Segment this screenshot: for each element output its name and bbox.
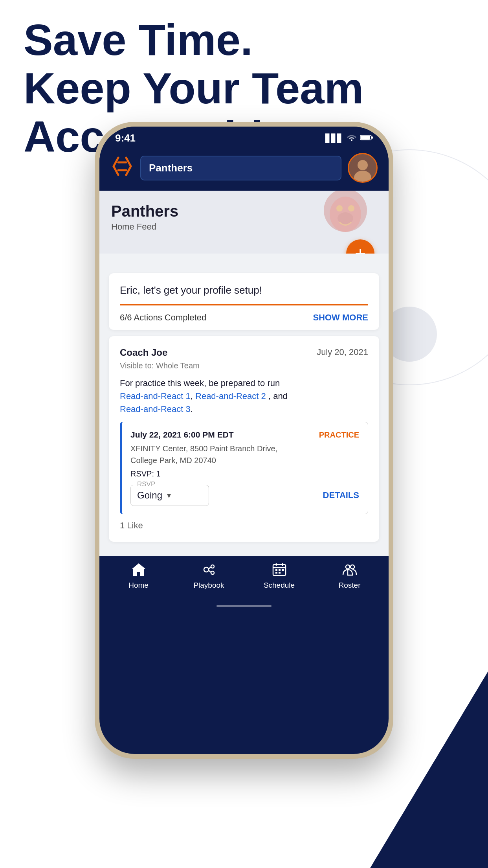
team-header: Panthers Home Feed + bbox=[99, 191, 389, 254]
profile-setup-title: Eric, let's get your profile setup! bbox=[120, 284, 368, 296]
svg-rect-21 bbox=[279, 569, 281, 571]
roster-icon bbox=[342, 563, 357, 579]
svg-point-13 bbox=[211, 571, 214, 574]
svg-line-14 bbox=[209, 567, 211, 569]
svg-point-25 bbox=[346, 565, 350, 569]
event-type-badge: PRACTICE bbox=[319, 430, 359, 440]
phone-shell: 9:41 ▋▋▋ bbox=[95, 122, 393, 759]
svg-rect-2 bbox=[371, 136, 373, 139]
svg-rect-1 bbox=[361, 136, 370, 140]
status-time: 9:41 bbox=[115, 132, 136, 144]
team-selector[interactable]: Panthers bbox=[140, 156, 341, 180]
actions-completed-text: 6/6 Actions Completed bbox=[120, 313, 206, 323]
event-location: XFINITY Center, 8500 Paint Branch Drive,… bbox=[130, 443, 359, 466]
nav-item-playbook[interactable]: Playbook bbox=[174, 563, 244, 590]
nav-label-home: Home bbox=[128, 581, 149, 590]
post-link-3[interactable]: Read-and-React 3 bbox=[120, 404, 191, 414]
post-link-1[interactable]: Read-and-React 1 bbox=[120, 391, 191, 401]
phone-screen: 9:41 ▋▋▋ bbox=[99, 127, 389, 754]
show-more-button[interactable]: SHOW MORE bbox=[313, 313, 368, 323]
schedule-icon bbox=[272, 563, 287, 579]
nav-item-roster[interactable]: Roster bbox=[314, 563, 385, 590]
svg-rect-22 bbox=[282, 569, 284, 571]
event-datetime: July 22, 2021 6:00 PM EDT bbox=[130, 430, 234, 440]
event-rsvp-count: RSVP: 1 bbox=[130, 469, 359, 478]
nav-item-home[interactable]: Home bbox=[103, 563, 174, 590]
svg-rect-23 bbox=[275, 572, 277, 574]
nav-label-schedule: Schedule bbox=[264, 581, 295, 590]
rsvp-label: RSVP bbox=[136, 480, 157, 488]
app-content: Panthers Home Feed + bbox=[99, 191, 389, 556]
status-icons: ▋▋▋ bbox=[325, 134, 373, 143]
post-header: Coach Joe July 20, 2021 bbox=[120, 347, 368, 358]
app-header: Panthers bbox=[99, 147, 389, 191]
home-indicator bbox=[99, 598, 389, 612]
rsvp-select-row: Going ▾ bbox=[137, 490, 202, 501]
team-mascot-image bbox=[310, 191, 381, 250]
details-button[interactable]: DETAILS bbox=[323, 490, 359, 500]
post-visibility: Visible to: Whole Team bbox=[120, 361, 368, 370]
post-likes: 1 Like bbox=[120, 514, 368, 531]
nav-label-playbook: Playbook bbox=[193, 581, 224, 590]
profile-card-bottom: 6/6 Actions Completed SHOW MORE bbox=[120, 304, 368, 330]
svg-rect-20 bbox=[275, 569, 277, 571]
battery-icon bbox=[360, 134, 373, 143]
user-avatar[interactable] bbox=[348, 153, 378, 183]
rsvp-dropdown[interactable]: RSVP Going ▾ bbox=[130, 485, 209, 506]
rsvp-row: RSVP Going ▾ DETAILS bbox=[130, 485, 359, 506]
svg-point-9 bbox=[348, 205, 354, 211]
rsvp-value: Going bbox=[137, 490, 162, 501]
nav-label-roster: Roster bbox=[339, 581, 361, 590]
playbook-icon bbox=[202, 563, 216, 579]
home-icon bbox=[131, 563, 146, 579]
svg-point-11 bbox=[204, 567, 209, 572]
home-bar bbox=[216, 605, 272, 607]
post-body: For practice this week, be prepared to r… bbox=[120, 377, 368, 416]
event-header: July 22, 2021 6:00 PM EDT PRACTICE bbox=[130, 430, 359, 440]
post-author: Coach Joe bbox=[120, 347, 167, 358]
feed-area: Eric, let's get your profile setup! 6/6 … bbox=[99, 254, 389, 556]
post-date: July 20, 2021 bbox=[317, 347, 368, 357]
svg-line-15 bbox=[209, 570, 211, 572]
wifi-icon bbox=[347, 134, 356, 143]
app-logo bbox=[110, 156, 134, 180]
profile-setup-card: Eric, let's get your profile setup! 6/6 … bbox=[109, 273, 379, 330]
signal-icon: ▋▋▋ bbox=[325, 134, 343, 143]
nav-item-schedule[interactable]: Schedule bbox=[244, 563, 314, 590]
team-selector-text: Panthers bbox=[149, 162, 193, 174]
event-card: July 22, 2021 6:00 PM EDT PRACTICE XFINI… bbox=[120, 422, 368, 514]
bottom-nav: Home Playbook bbox=[99, 556, 389, 598]
svg-point-4 bbox=[358, 160, 368, 170]
status-bar: 9:41 ▋▋▋ bbox=[99, 127, 389, 147]
chevron-down-icon: ▾ bbox=[167, 491, 171, 500]
svg-point-12 bbox=[211, 565, 214, 568]
svg-rect-24 bbox=[279, 572, 281, 574]
svg-point-8 bbox=[336, 205, 343, 211]
post-link-2[interactable]: Read-and-React 2 bbox=[195, 391, 266, 401]
post-card: Coach Joe July 20, 2021 Visible to: Whol… bbox=[109, 336, 379, 542]
svg-point-26 bbox=[350, 565, 354, 569]
